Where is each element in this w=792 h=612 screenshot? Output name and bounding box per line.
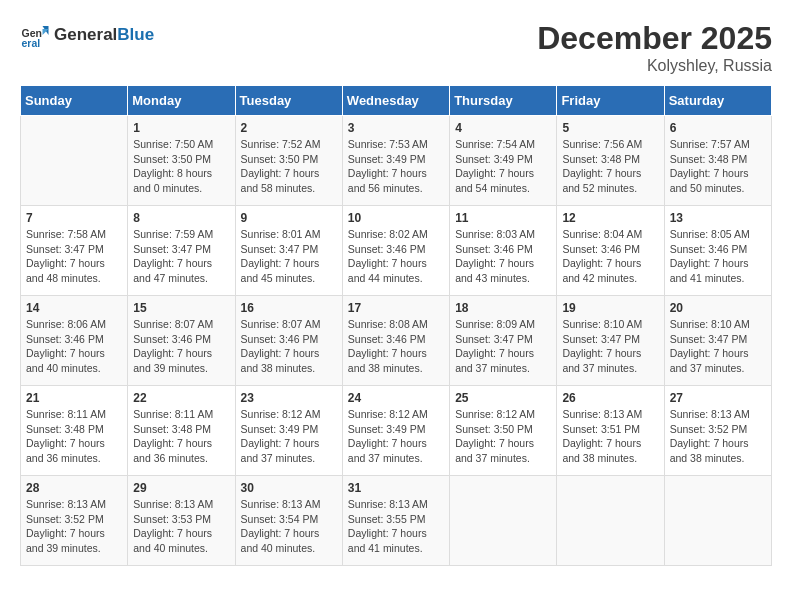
day-number: 31	[348, 481, 444, 495]
cell-content: Sunrise: 7:58 AMSunset: 3:47 PMDaylight:…	[26, 227, 122, 286]
calendar-cell	[557, 476, 664, 566]
calendar-cell: 25Sunrise: 8:12 AMSunset: 3:50 PMDayligh…	[450, 386, 557, 476]
cell-content: Sunrise: 8:05 AMSunset: 3:46 PMDaylight:…	[670, 227, 766, 286]
calendar-cell: 8Sunrise: 7:59 AMSunset: 3:47 PMDaylight…	[128, 206, 235, 296]
calendar-cell: 7Sunrise: 7:58 AMSunset: 3:47 PMDaylight…	[21, 206, 128, 296]
title-block: December 2025 Kolyshley, Russia	[537, 20, 772, 75]
day-number: 29	[133, 481, 229, 495]
cell-content: Sunrise: 8:13 AMSunset: 3:53 PMDaylight:…	[133, 497, 229, 556]
page-header: Gen eral GeneralBlue December 2025 Kolys…	[20, 20, 772, 75]
calendar-cell: 12Sunrise: 8:04 AMSunset: 3:46 PMDayligh…	[557, 206, 664, 296]
calendar-week-row: 21Sunrise: 8:11 AMSunset: 3:48 PMDayligh…	[21, 386, 772, 476]
day-number: 30	[241, 481, 337, 495]
day-number: 2	[241, 121, 337, 135]
calendar-cell: 21Sunrise: 8:11 AMSunset: 3:48 PMDayligh…	[21, 386, 128, 476]
day-number: 22	[133, 391, 229, 405]
cell-content: Sunrise: 8:10 AMSunset: 3:47 PMDaylight:…	[670, 317, 766, 376]
calendar-week-row: 1Sunrise: 7:50 AMSunset: 3:50 PMDaylight…	[21, 116, 772, 206]
cell-content: Sunrise: 8:03 AMSunset: 3:46 PMDaylight:…	[455, 227, 551, 286]
day-number: 8	[133, 211, 229, 225]
cell-content: Sunrise: 8:10 AMSunset: 3:47 PMDaylight:…	[562, 317, 658, 376]
day-number: 15	[133, 301, 229, 315]
calendar-cell: 22Sunrise: 8:11 AMSunset: 3:48 PMDayligh…	[128, 386, 235, 476]
cell-content: Sunrise: 8:11 AMSunset: 3:48 PMDaylight:…	[26, 407, 122, 466]
logo-icon: Gen eral	[20, 20, 50, 50]
calendar-cell: 10Sunrise: 8:02 AMSunset: 3:46 PMDayligh…	[342, 206, 449, 296]
calendar-cell: 18Sunrise: 8:09 AMSunset: 3:47 PMDayligh…	[450, 296, 557, 386]
calendar-header-wednesday: Wednesday	[342, 86, 449, 116]
cell-content: Sunrise: 8:09 AMSunset: 3:47 PMDaylight:…	[455, 317, 551, 376]
cell-content: Sunrise: 7:59 AMSunset: 3:47 PMDaylight:…	[133, 227, 229, 286]
day-number: 25	[455, 391, 551, 405]
day-number: 10	[348, 211, 444, 225]
day-number: 14	[26, 301, 122, 315]
calendar-cell: 19Sunrise: 8:10 AMSunset: 3:47 PMDayligh…	[557, 296, 664, 386]
cell-content: Sunrise: 8:13 AMSunset: 3:52 PMDaylight:…	[26, 497, 122, 556]
calendar-cell: 17Sunrise: 8:08 AMSunset: 3:46 PMDayligh…	[342, 296, 449, 386]
calendar-cell: 31Sunrise: 8:13 AMSunset: 3:55 PMDayligh…	[342, 476, 449, 566]
calendar-cell: 26Sunrise: 8:13 AMSunset: 3:51 PMDayligh…	[557, 386, 664, 476]
calendar-cell: 16Sunrise: 8:07 AMSunset: 3:46 PMDayligh…	[235, 296, 342, 386]
cell-content: Sunrise: 8:13 AMSunset: 3:54 PMDaylight:…	[241, 497, 337, 556]
calendar-header-tuesday: Tuesday	[235, 86, 342, 116]
cell-content: Sunrise: 7:50 AMSunset: 3:50 PMDaylight:…	[133, 137, 229, 196]
calendar-header-friday: Friday	[557, 86, 664, 116]
day-number: 21	[26, 391, 122, 405]
calendar-cell: 4Sunrise: 7:54 AMSunset: 3:49 PMDaylight…	[450, 116, 557, 206]
cell-content: Sunrise: 8:08 AMSunset: 3:46 PMDaylight:…	[348, 317, 444, 376]
logo-blue: Blue	[117, 25, 154, 44]
cell-content: Sunrise: 8:01 AMSunset: 3:47 PMDaylight:…	[241, 227, 337, 286]
day-number: 13	[670, 211, 766, 225]
cell-content: Sunrise: 8:04 AMSunset: 3:46 PMDaylight:…	[562, 227, 658, 286]
cell-content: Sunrise: 8:13 AMSunset: 3:55 PMDaylight:…	[348, 497, 444, 556]
calendar-cell	[664, 476, 771, 566]
logo: Gen eral GeneralBlue	[20, 20, 154, 50]
cell-content: Sunrise: 8:06 AMSunset: 3:46 PMDaylight:…	[26, 317, 122, 376]
calendar-table: SundayMondayTuesdayWednesdayThursdayFrid…	[20, 85, 772, 566]
calendar-cell	[450, 476, 557, 566]
cell-content: Sunrise: 7:53 AMSunset: 3:49 PMDaylight:…	[348, 137, 444, 196]
day-number: 11	[455, 211, 551, 225]
calendar-cell: 2Sunrise: 7:52 AMSunset: 3:50 PMDaylight…	[235, 116, 342, 206]
calendar-cell: 15Sunrise: 8:07 AMSunset: 3:46 PMDayligh…	[128, 296, 235, 386]
calendar-cell	[21, 116, 128, 206]
cell-content: Sunrise: 8:13 AMSunset: 3:51 PMDaylight:…	[562, 407, 658, 466]
day-number: 4	[455, 121, 551, 135]
cell-content: Sunrise: 8:07 AMSunset: 3:46 PMDaylight:…	[133, 317, 229, 376]
calendar-header-row: SundayMondayTuesdayWednesdayThursdayFrid…	[21, 86, 772, 116]
day-number: 6	[670, 121, 766, 135]
cell-content: Sunrise: 8:11 AMSunset: 3:48 PMDaylight:…	[133, 407, 229, 466]
calendar-cell: 27Sunrise: 8:13 AMSunset: 3:52 PMDayligh…	[664, 386, 771, 476]
day-number: 18	[455, 301, 551, 315]
calendar-title: December 2025	[537, 20, 772, 57]
calendar-cell: 5Sunrise: 7:56 AMSunset: 3:48 PMDaylight…	[557, 116, 664, 206]
day-number: 20	[670, 301, 766, 315]
calendar-week-row: 7Sunrise: 7:58 AMSunset: 3:47 PMDaylight…	[21, 206, 772, 296]
cell-content: Sunrise: 8:13 AMSunset: 3:52 PMDaylight:…	[670, 407, 766, 466]
cell-content: Sunrise: 8:12 AMSunset: 3:49 PMDaylight:…	[241, 407, 337, 466]
calendar-cell: 24Sunrise: 8:12 AMSunset: 3:49 PMDayligh…	[342, 386, 449, 476]
day-number: 7	[26, 211, 122, 225]
cell-content: Sunrise: 7:57 AMSunset: 3:48 PMDaylight:…	[670, 137, 766, 196]
cell-content: Sunrise: 8:02 AMSunset: 3:46 PMDaylight:…	[348, 227, 444, 286]
cell-content: Sunrise: 8:12 AMSunset: 3:50 PMDaylight:…	[455, 407, 551, 466]
day-number: 27	[670, 391, 766, 405]
day-number: 24	[348, 391, 444, 405]
day-number: 23	[241, 391, 337, 405]
svg-text:eral: eral	[22, 37, 41, 49]
day-number: 3	[348, 121, 444, 135]
calendar-cell: 30Sunrise: 8:13 AMSunset: 3:54 PMDayligh…	[235, 476, 342, 566]
calendar-cell: 28Sunrise: 8:13 AMSunset: 3:52 PMDayligh…	[21, 476, 128, 566]
calendar-cell: 6Sunrise: 7:57 AMSunset: 3:48 PMDaylight…	[664, 116, 771, 206]
calendar-header-thursday: Thursday	[450, 86, 557, 116]
cell-content: Sunrise: 7:52 AMSunset: 3:50 PMDaylight:…	[241, 137, 337, 196]
day-number: 12	[562, 211, 658, 225]
day-number: 19	[562, 301, 658, 315]
day-number: 5	[562, 121, 658, 135]
calendar-cell: 1Sunrise: 7:50 AMSunset: 3:50 PMDaylight…	[128, 116, 235, 206]
cell-content: Sunrise: 8:07 AMSunset: 3:46 PMDaylight:…	[241, 317, 337, 376]
day-number: 28	[26, 481, 122, 495]
calendar-subtitle: Kolyshley, Russia	[537, 57, 772, 75]
cell-content: Sunrise: 7:54 AMSunset: 3:49 PMDaylight:…	[455, 137, 551, 196]
calendar-header-saturday: Saturday	[664, 86, 771, 116]
